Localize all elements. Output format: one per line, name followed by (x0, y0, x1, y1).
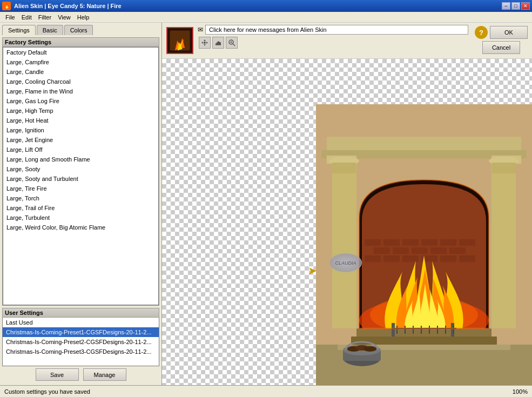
preview-canvas[interactable]: CLAUDIA ➤ (162, 59, 532, 385)
main-content: Settings Basic Colors Factory Settings F… (0, 23, 532, 385)
message-text: Click here for new messages from Alien S… (209, 26, 327, 33)
factory-settings-list[interactable]: Factory Default Large, Campfire Large, C… (3, 47, 159, 305)
svg-marker-8 (201, 42, 203, 44)
tab-bar: Settings Basic Colors (2, 25, 159, 35)
svg-point-5 (204, 42, 206, 44)
svg-rect-45 (440, 255, 456, 262)
factory-settings-header: Factory Settings (3, 38, 159, 47)
svg-rect-12 (219, 42, 220, 45)
help-icon[interactable]: ? (475, 26, 488, 39)
svg-rect-39 (430, 247, 447, 254)
svg-rect-36 (374, 247, 390, 254)
hand-tool[interactable] (212, 37, 224, 49)
cancel-button[interactable]: Cancel (482, 41, 520, 54)
list-item-last-used[interactable]: Last Used (3, 318, 159, 327)
bottom-buttons: Save Manage (2, 366, 159, 383)
menu-view[interactable]: View (55, 13, 74, 22)
tab-basic[interactable]: Basic (37, 25, 63, 35)
svg-rect-37 (393, 247, 409, 254)
list-item[interactable]: Large, Ignition (3, 125, 158, 135)
move-tool[interactable] (199, 37, 211, 49)
list-item[interactable]: Large, Trail of Fire (3, 203, 158, 213)
list-item[interactable]: Large, Candle (3, 67, 158, 77)
save-button[interactable]: Save (36, 368, 79, 381)
message-bar[interactable]: Click here for new messages from Alien S… (205, 25, 468, 35)
list-item-preset1[interactable]: Christmas-Is-Coming-Preset1-CGSFDesigns-… (3, 327, 159, 337)
right-panel: ✉ Click here for new messages from Alien… (162, 23, 532, 385)
list-item[interactable]: Large, Sooty and Turbulent (3, 174, 158, 184)
menu-filter[interactable]: Filter (35, 13, 55, 22)
svg-rect-10 (217, 42, 218, 45)
svg-rect-38 (412, 247, 428, 254)
list-item[interactable]: Large, Jet Engine (3, 135, 158, 145)
menu-help[interactable]: Help (74, 13, 93, 22)
watermark-text: CLAUDIA (335, 260, 356, 266)
svg-rect-29 (492, 163, 516, 173)
svg-rect-22 (332, 156, 356, 328)
svg-rect-11 (218, 41, 219, 45)
list-item[interactable]: Large, Flame in the Wind (3, 86, 158, 96)
list-item[interactable]: Large, Cooling Charcoal (3, 77, 158, 86)
menu-file[interactable]: File (2, 13, 18, 22)
list-item-preset3[interactable]: Christmas-Is-Coming-Preset3-CGSFDesigns-… (3, 347, 159, 356)
list-item[interactable]: Large, Gas Log Fire (3, 96, 158, 106)
list-item[interactable]: Large, Campfire (3, 57, 158, 67)
title-text: Alien Skin | Eye Candy 5: Nature | Fire (14, 3, 122, 9)
list-item[interactable]: Large, Tire Fire (3, 184, 158, 193)
svg-rect-13 (216, 43, 217, 45)
svg-marker-7 (204, 44, 206, 46)
svg-line-16 (233, 44, 235, 46)
tab-colors[interactable]: Colors (64, 25, 93, 35)
zoom-tool[interactable] (226, 37, 238, 49)
svg-marker-9 (206, 42, 208, 44)
title-bar: 🔥 Alien Skin | Eye Candy 5: Nature | Fir… (0, 0, 532, 12)
thumbnail[interactable] (166, 27, 193, 54)
svg-rect-35 (459, 239, 475, 246)
manage-button[interactable]: Manage (83, 368, 126, 381)
svg-rect-30 (365, 239, 381, 246)
svg-rect-25 (332, 163, 356, 173)
svg-rect-46 (459, 255, 475, 262)
svg-rect-14 (220, 42, 221, 45)
list-item[interactable]: Factory Default (3, 48, 158, 57)
list-item-preset2[interactable]: Christmas-Is-Coming-Preset2-CGSFDesigns-… (3, 337, 159, 347)
list-item[interactable]: Large, High Temp (3, 106, 158, 116)
menu-edit[interactable]: Edit (18, 13, 35, 22)
svg-point-69 (363, 346, 376, 352)
svg-rect-43 (402, 255, 419, 262)
svg-rect-33 (421, 239, 437, 246)
zoom-level: 100% (513, 388, 528, 395)
list-item[interactable]: Large, Long and Smooth Flame (3, 154, 158, 164)
status-bar: Custom settings you have saved 100% (0, 385, 532, 397)
minimize-button[interactable]: – (502, 2, 510, 10)
svg-rect-40 (449, 247, 466, 254)
list-item[interactable]: Large, Torch (3, 193, 158, 203)
svg-rect-26 (491, 156, 516, 328)
close-button[interactable]: ✕ (521, 2, 530, 10)
list-item[interactable]: Large, Sooty (3, 164, 158, 174)
arrow-indicator: ➤ (308, 264, 317, 277)
user-settings-header: User Settings (2, 308, 159, 318)
svg-rect-31 (383, 239, 400, 246)
svg-marker-6 (204, 39, 206, 41)
window-controls: – □ ✕ (502, 2, 530, 10)
list-item[interactable]: Large, Turbulent (3, 213, 158, 223)
left-panel: Settings Basic Colors Factory Settings F… (0, 23, 162, 385)
status-message: Custom settings you have saved (4, 388, 90, 395)
list-item[interactable]: Large, Weird Color, Big Atomic Flame (3, 223, 158, 232)
list-item[interactable]: Large, Lift Off (3, 145, 158, 154)
svg-rect-32 (402, 239, 419, 246)
maximize-button[interactable]: □ (511, 2, 520, 10)
tab-settings[interactable]: Settings (2, 25, 36, 35)
watermark-badge: CLAUDIA (329, 253, 362, 272)
fireplace-image (316, 104, 532, 385)
user-settings-section: User Settings Last Used Christmas-Is-Com… (2, 308, 159, 366)
user-settings-list[interactable]: Last Used Christmas-Is-Coming-Preset1-CG… (2, 318, 159, 366)
svg-rect-51 (392, 323, 395, 337)
preview-header: ✉ Click here for new messages from Alien… (162, 23, 532, 59)
app-icon: 🔥 (2, 2, 11, 10)
ok-button[interactable]: OK (490, 26, 528, 39)
svg-rect-42 (383, 255, 400, 262)
list-item[interactable]: Large, Hot Heat (3, 116, 158, 125)
menu-bar: File Edit Filter View Help (0, 12, 532, 23)
